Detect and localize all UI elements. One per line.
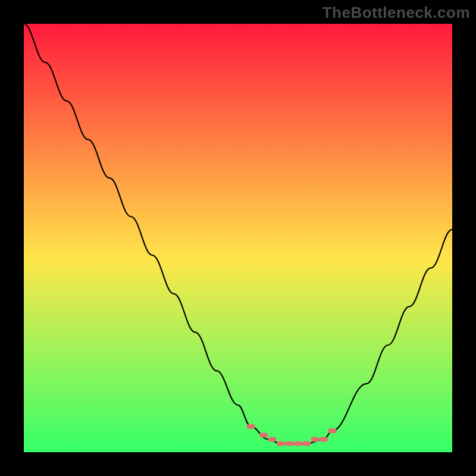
optimal-marker: [285, 441, 293, 446]
optimal-marker: [328, 428, 336, 433]
optimal-marker: [259, 433, 268, 437]
optimal-marker: [311, 437, 320, 441]
optimal-marker: [320, 437, 328, 441]
plot-svg: [24, 24, 452, 452]
optimal-marker: [247, 424, 255, 429]
watermark-text: TheBottleneck.com: [322, 4, 470, 22]
optimal-marker: [302, 441, 311, 446]
gradient-background: [24, 24, 452, 452]
chart-frame: TheBottleneck.com: [0, 0, 476, 476]
plot-area: [24, 24, 452, 452]
optimal-marker: [294, 441, 302, 446]
optimal-marker: [268, 437, 277, 441]
optimal-marker: [277, 441, 285, 446]
